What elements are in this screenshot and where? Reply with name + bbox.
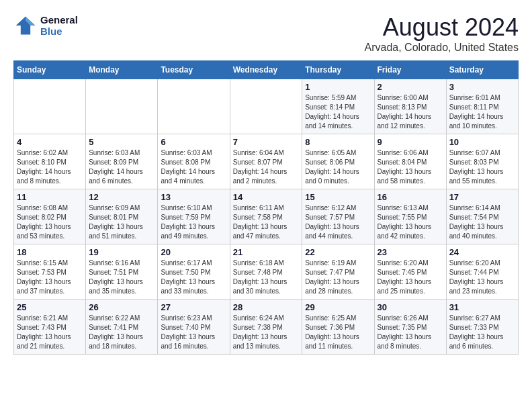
day-info: Sunrise: 6:01 AM Sunset: 8:11 PM Dayligh…: [449, 93, 515, 131]
day-number: 8: [305, 137, 371, 147]
weekday-header-monday: Monday: [86, 61, 158, 79]
day-number: 13: [161, 192, 226, 202]
calendar-cell: 2Sunrise: 6:00 AM Sunset: 8:13 PM Daylig…: [374, 79, 446, 134]
day-info: Sunrise: 6:14 AM Sunset: 7:54 PM Dayligh…: [449, 203, 515, 241]
weekday-header-friday: Friday: [374, 61, 446, 79]
calendar-week-2: 4Sunrise: 6:02 AM Sunset: 8:10 PM Daylig…: [14, 134, 519, 189]
weekday-header-sunday: Sunday: [14, 61, 86, 79]
day-number: 11: [17, 192, 83, 202]
calendar-week-1: 1Sunrise: 5:59 AM Sunset: 8:14 PM Daylig…: [14, 79, 519, 134]
day-info: Sunrise: 6:24 AM Sunset: 7:38 PM Dayligh…: [233, 314, 300, 351]
calendar-cell: 24Sunrise: 6:20 AM Sunset: 7:44 PM Dayli…: [446, 244, 518, 300]
day-number: 16: [378, 192, 443, 202]
logo-icon: [13, 13, 38, 38]
calendar-cell: 23Sunrise: 6:20 AM Sunset: 7:45 PM Dayli…: [374, 244, 446, 300]
calendar-cell: 26Sunrise: 6:22 AM Sunset: 7:41 PM Dayli…: [86, 300, 158, 355]
day-info: Sunrise: 6:16 AM Sunset: 7:51 PM Dayligh…: [89, 259, 154, 296]
subtitle: Arvada, Colorado, United States: [365, 42, 519, 54]
day-info: Sunrise: 6:11 AM Sunset: 7:58 PM Dayligh…: [233, 203, 300, 241]
day-info: Sunrise: 6:21 AM Sunset: 7:43 PM Dayligh…: [17, 314, 83, 351]
calendar-cell: 25Sunrise: 6:21 AM Sunset: 7:43 PM Dayli…: [14, 300, 86, 355]
day-info: Sunrise: 6:00 AM Sunset: 8:13 PM Dayligh…: [378, 93, 443, 131]
day-info: Sunrise: 6:03 AM Sunset: 8:08 PM Dayligh…: [161, 148, 226, 186]
calendar-cell: 21Sunrise: 6:18 AM Sunset: 7:48 PM Dayli…: [230, 244, 302, 300]
weekday-header-thursday: Thursday: [302, 61, 374, 79]
calendar-cell: 17Sunrise: 6:14 AM Sunset: 7:54 PM Dayli…: [446, 189, 518, 244]
calendar-cell: 18Sunrise: 6:15 AM Sunset: 7:53 PM Dayli…: [14, 244, 86, 300]
weekday-header-wednesday: Wednesday: [230, 61, 302, 79]
day-number: 28: [233, 302, 300, 312]
calendar-cell: 3Sunrise: 6:01 AM Sunset: 8:11 PM Daylig…: [446, 79, 518, 134]
calendar-cell: 31Sunrise: 6:27 AM Sunset: 7:33 PM Dayli…: [446, 300, 518, 355]
day-number: 2: [378, 82, 443, 92]
calendar-cell: 16Sunrise: 6:13 AM Sunset: 7:55 PM Dayli…: [374, 189, 446, 244]
calendar-cell: 20Sunrise: 6:17 AM Sunset: 7:50 PM Dayli…: [158, 244, 230, 300]
day-info: Sunrise: 6:23 AM Sunset: 7:40 PM Dayligh…: [161, 314, 226, 351]
calendar-table: SundayMondayTuesdayWednesdayThursdayFrid…: [13, 60, 519, 355]
calendar-cell: [158, 79, 230, 134]
day-info: Sunrise: 6:15 AM Sunset: 7:53 PM Dayligh…: [17, 259, 83, 296]
day-number: 22: [305, 247, 371, 257]
day-info: Sunrise: 6:02 AM Sunset: 8:10 PM Dayligh…: [17, 148, 83, 186]
day-info: Sunrise: 6:10 AM Sunset: 7:59 PM Dayligh…: [161, 203, 226, 241]
calendar-cell: 22Sunrise: 6:19 AM Sunset: 7:47 PM Dayli…: [302, 244, 374, 300]
day-info: Sunrise: 6:09 AM Sunset: 8:01 PM Dayligh…: [89, 203, 154, 241]
day-info: Sunrise: 6:06 AM Sunset: 8:04 PM Dayligh…: [378, 148, 443, 186]
logo-text: General Blue: [40, 14, 78, 37]
day-info: Sunrise: 5:59 AM Sunset: 8:14 PM Dayligh…: [305, 93, 371, 131]
calendar-cell: [14, 79, 86, 134]
day-info: Sunrise: 6:19 AM Sunset: 7:47 PM Dayligh…: [305, 259, 371, 296]
day-number: 20: [161, 247, 226, 257]
day-number: 26: [89, 302, 154, 312]
day-number: 15: [305, 192, 371, 202]
calendar-cell: 27Sunrise: 6:23 AM Sunset: 7:40 PM Dayli…: [158, 300, 230, 355]
calendar-cell: [86, 79, 158, 134]
calendar-week-5: 25Sunrise: 6:21 AM Sunset: 7:43 PM Dayli…: [14, 300, 519, 355]
calendar-cell: 1Sunrise: 5:59 AM Sunset: 8:14 PM Daylig…: [302, 79, 374, 134]
calendar-cell: 28Sunrise: 6:24 AM Sunset: 7:38 PM Dayli…: [230, 300, 302, 355]
calendar-cell: 14Sunrise: 6:11 AM Sunset: 7:58 PM Dayli…: [230, 189, 302, 244]
calendar-week-4: 18Sunrise: 6:15 AM Sunset: 7:53 PM Dayli…: [14, 244, 519, 300]
day-info: Sunrise: 6:20 AM Sunset: 7:45 PM Dayligh…: [378, 259, 443, 296]
day-number: 12: [89, 192, 154, 202]
day-info: Sunrise: 6:26 AM Sunset: 7:35 PM Dayligh…: [378, 314, 443, 351]
day-number: 17: [449, 192, 515, 202]
day-info: Sunrise: 6:27 AM Sunset: 7:33 PM Dayligh…: [449, 314, 515, 351]
day-number: 21: [233, 247, 300, 257]
calendar-cell: 10Sunrise: 6:07 AM Sunset: 8:03 PM Dayli…: [446, 134, 518, 189]
calendar-cell: 6Sunrise: 6:03 AM Sunset: 8:08 PM Daylig…: [158, 134, 230, 189]
day-number: 9: [378, 137, 443, 147]
day-info: Sunrise: 6:20 AM Sunset: 7:44 PM Dayligh…: [449, 259, 515, 296]
day-number: 6: [161, 137, 226, 147]
calendar-cell: 7Sunrise: 6:04 AM Sunset: 8:07 PM Daylig…: [230, 134, 302, 189]
calendar-cell: 19Sunrise: 6:16 AM Sunset: 7:51 PM Dayli…: [86, 244, 158, 300]
day-number: 29: [305, 302, 371, 312]
calendar-cell: 15Sunrise: 6:12 AM Sunset: 7:57 PM Dayli…: [302, 189, 374, 244]
page-header: General Blue August 2024 Arvada, Colorad…: [13, 13, 519, 54]
calendar-header: SundayMondayTuesdayWednesdayThursdayFrid…: [14, 61, 519, 79]
day-info: Sunrise: 6:03 AM Sunset: 8:09 PM Dayligh…: [89, 148, 154, 186]
day-info: Sunrise: 6:18 AM Sunset: 7:48 PM Dayligh…: [233, 259, 300, 296]
day-info: Sunrise: 6:22 AM Sunset: 7:41 PM Dayligh…: [89, 314, 154, 351]
day-info: Sunrise: 6:08 AM Sunset: 8:02 PM Dayligh…: [17, 203, 83, 241]
day-info: Sunrise: 6:05 AM Sunset: 8:06 PM Dayligh…: [305, 148, 371, 186]
day-number: 25: [17, 302, 83, 312]
day-number: 5: [89, 137, 154, 147]
calendar-body: 1Sunrise: 5:59 AM Sunset: 8:14 PM Daylig…: [14, 79, 519, 355]
day-number: 3: [449, 82, 515, 92]
weekday-header-row: SundayMondayTuesdayWednesdayThursdayFrid…: [14, 61, 519, 79]
calendar-cell: 29Sunrise: 6:25 AM Sunset: 7:36 PM Dayli…: [302, 300, 374, 355]
calendar-cell: 8Sunrise: 6:05 AM Sunset: 8:06 PM Daylig…: [302, 134, 374, 189]
day-info: Sunrise: 6:07 AM Sunset: 8:03 PM Dayligh…: [449, 148, 515, 186]
day-number: 27: [161, 302, 226, 312]
calendar-cell: [230, 79, 302, 134]
day-number: 30: [378, 302, 443, 312]
calendar-week-3: 11Sunrise: 6:08 AM Sunset: 8:02 PM Dayli…: [14, 189, 519, 244]
main-title: August 2024: [365, 13, 519, 42]
calendar-cell: 11Sunrise: 6:08 AM Sunset: 8:02 PM Dayli…: [14, 189, 86, 244]
calendar-cell: 9Sunrise: 6:06 AM Sunset: 8:04 PM Daylig…: [374, 134, 446, 189]
day-number: 14: [233, 192, 300, 202]
day-number: 4: [17, 137, 83, 147]
weekday-header-tuesday: Tuesday: [158, 61, 230, 79]
day-number: 31: [449, 302, 515, 312]
